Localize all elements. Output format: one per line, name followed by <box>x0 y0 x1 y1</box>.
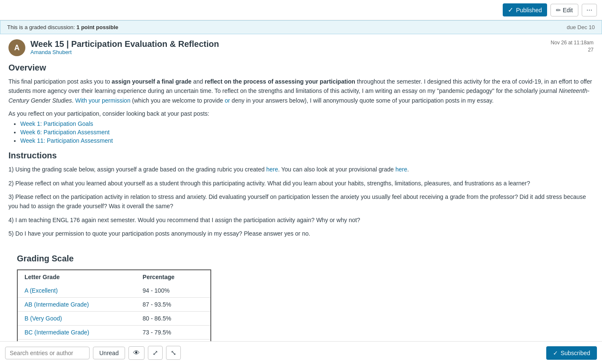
overview-section: Overview This final participation post a… <box>8 63 594 144</box>
grade-cell: AB (Intermediate Grade) <box>17 297 136 311</box>
avatar: A <box>8 39 25 56</box>
published-button[interactable]: ✓ Published <box>503 3 547 16</box>
table-row: B (Very Good)80 - 86.5% <box>17 311 211 325</box>
edit-button[interactable]: ✏ Edit <box>550 4 578 16</box>
grade-cell: B (Very Good) <box>17 311 136 325</box>
instruction-2: 2) Please reflect on what you learned ab… <box>8 179 594 188</box>
post-date: Nov 26 at 11:18am <box>551 39 594 46</box>
instruction-4: 4) I am teaching ENGL 176 again next sem… <box>8 215 594 225</box>
percentage-cell: 80 - 86.5% <box>136 311 211 325</box>
week6-link[interactable]: Week 6: Participation Assessment <box>20 129 109 136</box>
week11-link[interactable]: Week 11: Participation Assessment <box>20 137 113 144</box>
percentage-cell: 87 - 93.5% <box>136 297 211 311</box>
list-item: Week 6: Participation Assessment <box>20 129 594 136</box>
list-item: Week 11: Participation Assessment <box>20 137 594 144</box>
list-item: Week 1: Participation Goals <box>20 120 594 127</box>
expand-button[interactable]: ⤢ <box>148 346 163 360</box>
due-date: due Dec 10 <box>567 24 595 30</box>
top-toolbar: ✓ Published ✏ Edit ⋯ <box>0 0 602 20</box>
graded-banner: This is a graded discussion: 1 point pos… <box>0 20 602 34</box>
expand-icon: ⤢ <box>153 349 158 356</box>
bottom-bar: Unread 👁 ⤢ ⤡ ✓ Subscribed <box>0 341 602 364</box>
avatar-initial: A <box>14 43 20 52</box>
table-row: BC (Intermediate Grade)73 - 79.5% <box>17 325 211 339</box>
instructions-title: Instructions <box>8 151 594 160</box>
grade-cell: A (Excellent) <box>17 284 136 298</box>
post-title-area: Week 15 | Participation Evaluation & Ref… <box>30 39 546 55</box>
edit-label: Edit <box>563 7 573 14</box>
unread-button[interactable]: Unread <box>93 347 125 359</box>
overview-title: Overview <box>8 63 594 73</box>
overview-paragraph: This final participation post asks you t… <box>8 77 594 105</box>
collapse-icon: ⤡ <box>171 349 176 356</box>
search-input[interactable] <box>5 347 90 359</box>
more-icon: ⋯ <box>586 7 592 14</box>
instruction-1: 1) Using the grading scale below, assign… <box>8 165 594 174</box>
check-icon: ✓ <box>508 6 513 14</box>
view-toggle-button[interactable]: 👁 <box>128 346 144 360</box>
or-link[interactable]: or <box>225 97 230 104</box>
collapse-button[interactable]: ⤡ <box>166 346 181 360</box>
post-header: A Week 15 | Participation Evaluation & R… <box>8 39 594 56</box>
instruction-5: 5) Do I have your permission to quote yo… <box>8 229 594 238</box>
rubric-link[interactable]: here <box>266 166 278 173</box>
subscribed-button[interactable]: ✓ Subscribed <box>546 346 597 360</box>
post-author[interactable]: Amanda Shubert <box>30 49 546 55</box>
more-options-button[interactable]: ⋯ <box>582 4 597 16</box>
grade-cell: BC (Intermediate Grade) <box>17 325 136 339</box>
week1-link[interactable]: Week 1: Participation Goals <box>20 120 93 127</box>
instruction-3: 3) Please reflect on the participation a… <box>8 192 594 211</box>
percentage-cell: 94 - 100% <box>136 284 211 298</box>
subscribed-label: Subscribed <box>561 350 590 356</box>
provisional-link[interactable]: here <box>395 166 407 173</box>
grading-scale-title: Grading Scale <box>17 254 585 263</box>
reply-count: 27 <box>551 46 594 54</box>
graded-banner-left: This is a graded discussion: 1 point pos… <box>7 24 118 30</box>
col-header-grade: Letter Grade <box>17 270 136 284</box>
unread-label: Unread <box>99 350 119 356</box>
table-row: A (Excellent)94 - 100% <box>17 284 211 298</box>
past-posts-intro: As you reflect on your participation, co… <box>8 110 594 117</box>
post-meta: Nov 26 at 11:18am 27 <box>551 39 594 54</box>
pencil-icon: ✏ <box>556 7 561 14</box>
percentage-cell: 73 - 79.5% <box>136 325 211 339</box>
past-posts-list: Week 1: Participation Goals Week 6: Part… <box>8 120 594 144</box>
col-header-percentage: Percentage <box>136 270 211 284</box>
post-title: Week 15 | Participation Evaluation & Ref… <box>30 39 546 49</box>
check-subscribed-icon: ✓ <box>553 350 558 356</box>
graded-text: This is a graded discussion: <box>7 24 75 30</box>
points-text: 1 point possible <box>76 24 118 30</box>
main-content: A Week 15 | Participation Evaluation & R… <box>0 34 602 364</box>
eye-icon: 👁 <box>133 349 140 356</box>
published-label: Published <box>516 7 542 14</box>
permission-link[interactable]: With your permission <box>75 97 131 104</box>
instructions-section: Instructions 1) Using the grading scale … <box>8 151 594 238</box>
table-row: AB (Intermediate Grade)87 - 93.5% <box>17 297 211 311</box>
